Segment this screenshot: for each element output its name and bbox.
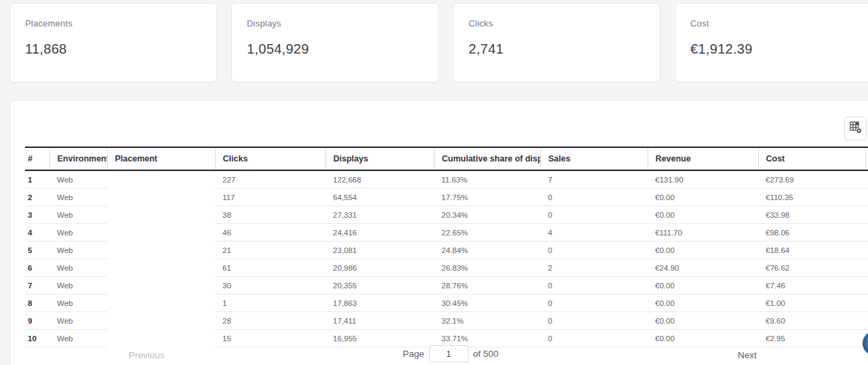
cell-cumulative-share: 17.75% [434, 189, 540, 206]
cell-placement [107, 294, 215, 312]
cell-environment: Web [50, 170, 107, 189]
cell-displays: 20,986 [326, 259, 434, 277]
col-header-revenue[interactable]: Revenue [648, 147, 758, 170]
table-row: 4 Web 46 24,416 22.65% 4 €111.70 €98.06 [25, 224, 868, 242]
cell-environment: Web [50, 224, 107, 242]
cell-displays: 23,081 [326, 242, 434, 259]
page-label: Page [403, 349, 425, 359]
cell-clicks: 21 [215, 242, 326, 259]
cell-placement [107, 224, 215, 242]
previous-page-button[interactable]: Previous [129, 350, 165, 360]
cell-environment: Web [50, 259, 107, 277]
cell-cost: €2.95 [758, 330, 865, 347]
cell-sales: 4 [540, 224, 648, 242]
col-header-placement[interactable]: Placement [107, 147, 215, 170]
table-row: 9 Web 28 17,411 32.1% 0 €0.00 €9.60 [25, 312, 868, 330]
stat-value: 1,054,929 [247, 41, 423, 57]
cell-clicks: 61 [215, 259, 326, 277]
page-input[interactable] [429, 345, 469, 362]
stat-label: Displays [247, 18, 423, 28]
cell-sales: 0 [540, 330, 648, 347]
cell-clicks: 15 [215, 330, 326, 347]
cell-filler [865, 224, 868, 242]
cell-filler [865, 206, 868, 224]
cell-placement [107, 189, 215, 206]
cell-revenue: €0.00 [648, 294, 758, 312]
cell-cumulative-share: 26.83% [434, 259, 540, 277]
cell-placement [107, 277, 215, 294]
cell-displays: 20,355 [326, 277, 434, 294]
cell-filler [865, 170, 868, 189]
cell-cumulative-share: 11.63% [434, 170, 540, 189]
cell-cumulative-share: 22.65% [434, 224, 540, 242]
cell-environment: Web [50, 330, 107, 347]
table-row: 8 Web 1 17,863 30.45% 0 €0.00 €1.00 [25, 294, 868, 312]
stat-value: 2,741 [469, 41, 645, 57]
cell-placement [107, 206, 215, 224]
row-index: 3 [25, 206, 50, 224]
next-page-button[interactable]: Next [738, 350, 757, 360]
cell-clicks: 1 [215, 294, 326, 312]
table-row: 10 Web 15 16,955 33.71% 0 €0.00 €2.95 [25, 330, 868, 347]
cell-cumulative-share: 33.71% [434, 330, 540, 347]
cell-revenue: €0.00 [648, 330, 758, 347]
cell-placement [107, 312, 215, 330]
stat-card-clicks: Clicks 2,741 [453, 3, 660, 83]
page-indicator: Page of 500 [403, 345, 498, 362]
cell-cost: €18.64 [758, 242, 865, 259]
cell-sales: 0 [540, 294, 648, 312]
cell-cumulative-share: 30.45% [434, 294, 540, 312]
col-header-displays[interactable]: Displays [326, 147, 434, 170]
col-header-cost[interactable]: Cost [758, 147, 865, 170]
cell-displays: 17,863 [326, 294, 434, 312]
cell-cumulative-share: 20.34% [434, 206, 540, 224]
cell-filler [865, 242, 868, 259]
col-header-index[interactable]: # [25, 147, 50, 170]
cell-filler [865, 294, 868, 312]
cell-placement [107, 242, 215, 259]
col-header-sales[interactable]: Sales [540, 147, 648, 170]
cell-clicks: 117 [215, 189, 326, 206]
cell-sales: 0 [540, 242, 648, 259]
table-row: 7 Web 30 20,355 28.76% 0 €0.00 €7.46 [25, 277, 868, 294]
table-header-row: # Environment Placement Clicks Displays … [25, 147, 868, 170]
cell-filler [865, 312, 868, 330]
stat-label: Placements [25, 18, 201, 28]
cell-filler [865, 189, 868, 206]
cell-placement [107, 330, 215, 347]
row-index: 8 [25, 294, 50, 312]
stat-card-placements: Placements 11,868 [9, 3, 217, 83]
row-index: 2 [25, 189, 50, 206]
cell-cost: €33.98 [758, 206, 865, 224]
cell-filler [865, 277, 868, 294]
cell-cost: €7.46 [758, 277, 865, 294]
cell-displays: 64,554 [326, 189, 434, 206]
col-header-cumulative-share[interactable]: Cumulative share of displays [434, 147, 540, 170]
cell-environment: Web [50, 277, 107, 294]
total-pages-label: of 500 [473, 349, 499, 359]
cell-sales: 7 [540, 170, 648, 189]
cell-placement [107, 259, 215, 277]
cell-cost: €110.35 [758, 189, 865, 206]
cell-displays: 122,668 [326, 170, 434, 189]
cell-cumulative-share: 24.84% [434, 242, 540, 259]
col-header-environment[interactable]: Environment [50, 147, 107, 170]
stat-label: Clicks [469, 18, 645, 28]
cell-cumulative-share: 32.1% [434, 312, 540, 330]
cell-cost: €76.62 [758, 259, 865, 277]
cell-displays: 16,955 [326, 330, 434, 347]
table-row: 3 Web 38 27,331 20.34% 0 €0.00 €33.98 [25, 206, 868, 224]
cell-sales: 0 [540, 277, 648, 294]
stat-value: 11,868 [25, 41, 201, 57]
cell-displays: 24,416 [326, 224, 434, 242]
cell-environment: Web [50, 206, 107, 224]
cell-cost: €98.06 [758, 224, 865, 242]
stat-card-displays: Displays 1,054,929 [231, 3, 439, 83]
cell-cost: €273.69 [758, 170, 865, 189]
cell-revenue: €131.90 [648, 170, 758, 189]
row-index: 9 [25, 312, 50, 330]
table-settings-button[interactable] [844, 117, 867, 140]
cell-clicks: 30 [215, 277, 326, 294]
col-header-clicks[interactable]: Clicks [215, 147, 326, 170]
cell-clicks: 38 [215, 206, 326, 224]
